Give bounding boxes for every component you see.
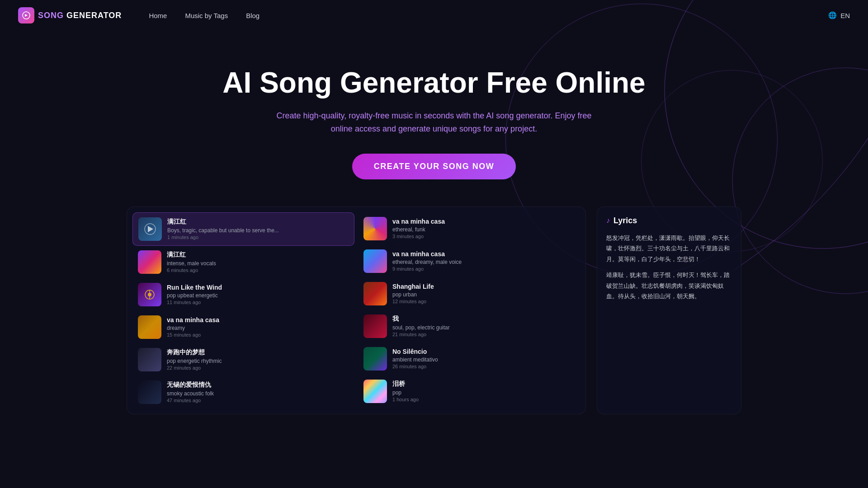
song-info: No Silêncio ambient meditativo 26 minute… [392,348,575,369]
song-title: Run Like the Wind [167,284,349,291]
hero-section: AI Song Generator Free Online Create hig… [0,31,868,206]
song-time: 22 minutes ago [167,365,349,371]
song-item[interactable]: 奔跑中的梦想 pop energetic rhythmic 22 minutes… [132,343,354,376]
song-time: 6 minutes ago [167,267,349,273]
song-title: va na minha casa [167,316,349,324]
song-tags: ethereal, funk [392,226,575,233]
song-thumbnail [363,380,387,403]
song-title: Shanghai Life [392,283,575,290]
song-tags: dreamy [167,325,349,331]
song-item[interactable]: Shanghai Life pop urban 12 minutes ago [358,277,580,310]
song-list-container: 满江红 Boys, tragic, capable but unable to … [127,206,586,414]
lyrics-icon: ♪ [606,216,610,225]
song-thumbnail [138,315,161,339]
song-item[interactable]: 我 soul, pop, electric guitar 21 minutes … [358,310,580,343]
main-content: 满江红 Boys, tragic, capable but unable to … [0,206,868,432]
nav-blog[interactable]: Blog [246,12,259,19]
song-columns: 满江红 Boys, tragic, capable but unable to … [132,212,580,408]
song-info: Run Like the Wind pop upbeat energetic 1… [167,284,349,305]
song-item[interactable]: va na minha casa ethereal, funk 3 minute… [358,212,580,245]
song-time: 47 minutes ago [167,398,349,403]
right-column: va na minha casa ethereal, funk 3 minute… [358,212,580,408]
song-tags: pop urban [392,291,575,298]
song-title: 我 [392,315,575,323]
lyrics-line-2: 靖康耻，犹未雪。臣子恨，何时灭！驾长车，踏破贺兰山缺。壮志饥餐胡虏肉，笑谈渴饮匈… [606,270,732,301]
navbar: SONG GENERATOR Home Music by Tags Blog 🌐… [0,0,868,31]
song-time: 9 minutes ago [392,266,575,272]
song-tags: intense, male vocals [167,260,349,267]
hero-title: AI Song Generator Free Online [18,67,850,99]
song-thumbnail [363,314,387,338]
song-tags: Boys, tragic, capable but unable to serv… [167,227,349,234]
song-time: 12 minutes ago [392,299,575,304]
lyrics-text: 怒发冲冠，凭栏处，潇潇雨歇。抬望眼，仰天长啸，壮怀激烈。三十功名尘与土，八千里路… [606,233,732,301]
nav-links: Home Music by Tags Blog [149,12,828,19]
song-tags: ambient meditativo [392,357,575,363]
song-info: Shanghai Life pop urban 12 minutes ago [392,283,575,304]
left-column: 满江红 Boys, tragic, capable but unable to … [132,212,354,408]
song-thumbnail [138,283,161,306]
song-title: 泪桥 [392,380,575,388]
song-title: va na minha casa [392,250,575,258]
song-info: va na minha casa dreamy 15 minutes ago [167,316,349,338]
song-thumbnail [138,217,162,241]
song-info: va na minha casa ethereal, funk 3 minute… [392,218,575,239]
logo-text: SONG GENERATOR [38,11,122,20]
song-thumbnail [363,282,387,305]
song-time: 26 minutes ago [392,364,575,369]
song-thumbnail [363,249,387,273]
song-item[interactable]: 满江红 Boys, tragic, capable but unable to … [132,212,354,246]
song-time: 3 minutes ago [392,234,575,239]
song-item[interactable]: 满江红 intense, male vocals 6 minutes ago [132,246,354,278]
song-item[interactable]: va na minha casa dreamy 15 minutes ago [132,311,354,343]
song-item[interactable]: No Silêncio ambient meditativo 26 minute… [358,343,580,375]
nav-home[interactable]: Home [149,12,167,19]
song-item[interactable]: 无锡的爱恨情仇 smoky acoustic folk 47 minutes a… [132,376,354,408]
svg-point-5 [148,293,151,296]
song-tags: pop upbeat energetic [167,292,349,299]
globe-icon: 🌐 [828,11,837,19]
lyrics-title: Lyrics [613,216,637,225]
song-title: 满江红 [167,251,349,259]
song-thumbnail [138,380,161,404]
lyrics-header: ♪ Lyrics [606,216,732,225]
cta-button[interactable]: CREATE YOUR SONG NOW [352,154,516,179]
song-title: 无锡的爱恨情仇 [167,381,349,389]
song-time: 1 minutes ago [167,235,349,240]
song-time: 15 minutes ago [167,332,349,338]
song-info: 无锡的爱恨情仇 smoky acoustic folk 47 minutes a… [167,381,349,403]
song-info: 满江红 intense, male vocals 6 minutes ago [167,251,349,273]
logo-icon [18,7,34,23]
logo[interactable]: SONG GENERATOR [18,7,122,23]
song-thumbnail [138,348,161,371]
song-time: 21 minutes ago [392,332,575,337]
song-info: 我 soul, pop, electric guitar 21 minutes … [392,315,575,337]
song-title: 满江红 [167,218,349,226]
song-tags: pop [392,389,575,396]
song-item[interactable]: Run Like the Wind pop upbeat energetic 1… [132,278,354,311]
hero-subtitle: Create high-quality, royalty-free music … [276,109,592,136]
lyrics-panel: ♪ Lyrics 怒发冲冠，凭栏处，潇潇雨歇。抬望眼，仰天长啸，壮怀激烈。三十功… [597,206,741,414]
song-thumbnail [138,250,161,274]
song-tags: ethereal, dreamy, male voice [392,259,575,265]
song-info: 奔跑中的梦想 pop energetic rhythmic 22 minutes… [167,348,349,371]
song-time: 1 hours ago [392,397,575,402]
song-item[interactable]: va na minha casa ethereal, dreamy, male … [358,245,580,277]
song-time: 11 minutes ago [167,300,349,305]
song-info: va na minha casa ethereal, dreamy, male … [392,250,575,272]
song-info: 满江红 Boys, tragic, capable but unable to … [167,218,349,240]
song-title: va na minha casa [392,218,575,225]
song-item[interactable]: 泪桥 pop 1 hours ago [358,375,580,408]
song-tags: smoky acoustic folk [167,390,349,397]
language-label[interactable]: EN [840,12,850,19]
song-tags: pop energetic rhythmic [167,358,349,364]
song-title: 奔跑中的梦想 [167,348,349,357]
song-thumbnail [363,217,387,240]
nav-music-tags[interactable]: Music by Tags [185,12,228,19]
song-thumbnail [363,347,387,371]
nav-right: 🌐 EN [828,11,850,19]
song-tags: soul, pop, electric guitar [392,324,575,331]
lyrics-line-1: 怒发冲冠，凭栏处，潇潇雨歇。抬望眼，仰天长啸，壮怀激烈。三十功名尘与土，八千里路… [606,233,732,264]
song-title: No Silêncio [392,348,575,355]
song-info: 泪桥 pop 1 hours ago [392,380,575,402]
